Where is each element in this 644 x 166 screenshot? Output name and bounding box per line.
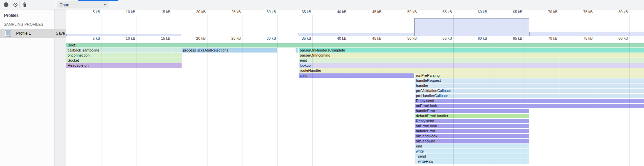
axis-tick-label: 10 kB <box>115 36 135 41</box>
toolbar-separator <box>20 1 20 8</box>
flame-bar[interactable]: preHandlerCallback <box>415 94 644 98</box>
axis-tick-label: 20 kB <box>186 36 206 41</box>
gridline <box>559 15 559 166</box>
flame-bar[interactable]: callbackTrampoline <box>66 48 182 53</box>
flame-bar[interactable]: preValidationCallback <box>415 89 644 93</box>
gridline <box>102 15 102 166</box>
flame-bar[interactable]: parserOnHeadersComplete <box>299 48 644 53</box>
axis-tick-label: 5 kB <box>80 36 100 41</box>
gridline <box>242 15 242 166</box>
flame-bar[interactable]: onSendHook <box>415 134 529 138</box>
flame-bar[interactable] <box>296 48 298 53</box>
flame-bar[interactable]: routeHandler <box>299 68 644 73</box>
gridline <box>524 15 524 166</box>
axis-tick-label: 15 kB <box>150 36 171 41</box>
axis-tick-label: 40 kB <box>326 10 346 14</box>
axis-tick-label: 60 kB <box>467 10 487 14</box>
toolbar-separator <box>55 0 55 9</box>
gridline <box>629 15 630 166</box>
gridline <box>137 15 137 166</box>
flame-bar[interactable]: onErrorHook <box>415 104 644 108</box>
overview-step[interactable] <box>529 32 644 36</box>
sampling-profiles-section-label: SAMPLING PROFILES <box>4 22 43 26</box>
flame-bar[interactable]: Readable.on <box>66 63 182 68</box>
axis-tick-label: 10 kB <box>115 10 135 14</box>
axis-tick-label: 75 kB <box>572 10 593 14</box>
axis-tick-label: 55 kB <box>432 36 452 41</box>
gridline <box>418 15 418 166</box>
gridline <box>207 15 207 166</box>
overview-step[interactable] <box>298 33 414 36</box>
profile-list-item[interactable]: Profile 1 Save <box>0 29 66 38</box>
record-icon[interactable] <box>4 2 8 7</box>
axis-tick-label: 30 kB <box>256 36 276 41</box>
axis-tick-label: 80 kB <box>608 10 628 14</box>
axis-tick-label: 80 kB <box>608 36 628 41</box>
gridline <box>383 15 383 166</box>
axis-tick-label: 20 kB <box>186 10 206 14</box>
axis-tick-label: 50 kB <box>396 10 417 14</box>
gridline <box>172 15 172 166</box>
flame-bar[interactable]: processTicksAndRejections <box>182 48 276 53</box>
flame-bar[interactable]: parserOnIncoming <box>299 53 644 58</box>
axis-tick-label: 70 kB <box>537 10 558 14</box>
axis-tick-label: 75 kB <box>572 36 593 41</box>
axis-tick-label: 45 kB <box>362 10 382 14</box>
flame-bar[interactable]: defaultErrorHandler <box>415 114 529 118</box>
sidebar-heading: Profiles <box>4 13 18 18</box>
axis-tick-label: 50 kB <box>396 36 417 41</box>
flame-bar[interactable]: (root) <box>66 43 644 47</box>
flame-bar[interactable]: handleRequest <box>415 78 644 83</box>
axis-tick-label: 25 kB <box>221 36 241 41</box>
flame-bar[interactable]: onSendEnd <box>415 139 529 143</box>
axis-tick-label: 25 kB <box>221 10 241 14</box>
flame-bar[interactable]: onconnection <box>66 53 182 58</box>
axis-tick-label: 35 kB <box>291 36 311 41</box>
trash-icon[interactable] <box>23 2 27 7</box>
flame-chart: 5 kB5 kB10 kB10 kB15 kB15 kB20 kB20 kB25… <box>66 0 644 166</box>
axis-tick-label: 30 kB <box>256 10 276 14</box>
axis-tick-label: 5 kB <box>80 10 100 14</box>
gridline <box>277 15 278 166</box>
flame-bar[interactable]: handleError <box>415 109 529 113</box>
flame-bar[interactable]: write_ <box>415 149 529 154</box>
clear-icon[interactable] <box>13 2 18 7</box>
axis-tick-label: 45 kB <box>362 36 382 41</box>
flame-bar[interactable]: Reply.send <box>415 119 529 123</box>
gridline <box>489 15 489 166</box>
flame-bar[interactable]: lookup <box>299 63 644 68</box>
flame-bar[interactable]: _send <box>415 154 529 159</box>
axis-tick-label: 55 kB <box>432 10 452 14</box>
flame-bar[interactable]: runPreParsing <box>415 73 644 78</box>
profiler-app: Chart ▼ Profiles SAMPLING PROFILES Profi… <box>0 0 644 166</box>
flame-bar[interactable]: Reply.send <box>415 99 644 103</box>
save-link[interactable]: Save <box>56 31 65 36</box>
profile-name: Profile 1 <box>16 31 31 36</box>
flame-bar[interactable]: emit <box>299 58 644 63</box>
flame-bar[interactable]: handleError <box>415 129 529 133</box>
axis-tick-label: 65 kB <box>502 10 522 14</box>
flame-bar[interactable]: end <box>415 144 529 148</box>
gridline <box>312 15 313 166</box>
axis-tick-label: 60 kB <box>467 36 487 41</box>
gridline <box>594 15 594 166</box>
gridline <box>453 15 454 166</box>
flame-bar[interactable]: handler <box>415 84 644 88</box>
gridline <box>348 15 348 166</box>
flame-bar[interactable]: child <box>299 73 414 78</box>
profile-doc-icon <box>5 30 11 37</box>
axis-tick-label: 40 kB <box>326 36 346 41</box>
overview-step[interactable] <box>66 34 181 36</box>
flame-bar[interactable]: _writeRaw <box>415 159 529 164</box>
axis-tick-label: 70 kB <box>537 36 558 41</box>
axis-tick-label: 15 kB <box>150 10 171 14</box>
flame-bar[interactable]: Socket <box>66 58 182 63</box>
axis-tick-label: 65 kB <box>502 36 522 41</box>
flame-bar[interactable]: onErrorHook <box>415 124 529 128</box>
axis-tick-label: 35 kB <box>291 10 311 14</box>
overview-step[interactable] <box>414 18 529 36</box>
